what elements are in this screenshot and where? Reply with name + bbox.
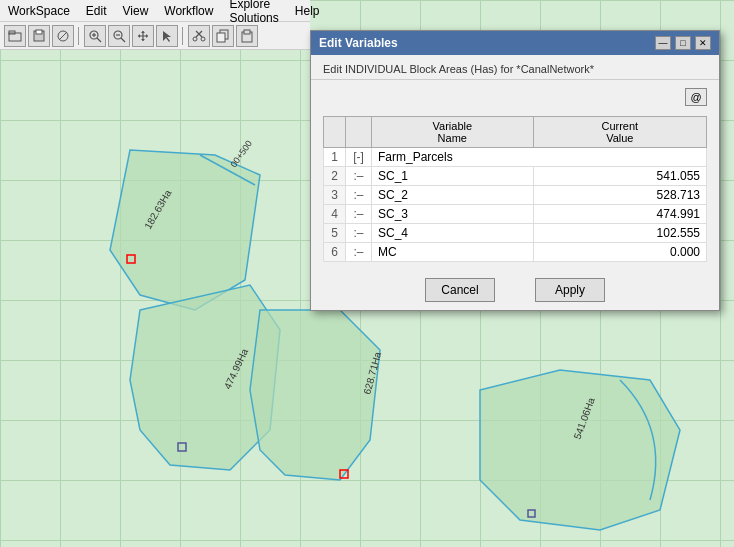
menu-view[interactable]: View (115, 2, 157, 20)
toolbar (0, 22, 310, 50)
svg-point-29 (193, 37, 197, 41)
row-icon: :– (346, 167, 372, 186)
table-row[interactable]: 2 :– SC_1 541.055 (324, 167, 707, 186)
row-name: SC_2 (372, 186, 534, 205)
svg-line-19 (59, 32, 67, 40)
row-icon: :– (346, 205, 372, 224)
toolbar-btn-zoom-in[interactable] (84, 25, 106, 47)
minimize-button[interactable]: — (655, 36, 671, 50)
toolbar-btn-3[interactable] (52, 25, 74, 47)
toolbar-sep-2 (182, 27, 184, 45)
svg-marker-0 (110, 150, 260, 310)
svg-point-30 (201, 37, 205, 41)
cancel-button[interactable]: Cancel (425, 278, 495, 302)
menu-workflow[interactable]: Workflow (156, 2, 221, 20)
apply-button[interactable]: Apply (535, 278, 605, 302)
col-num (324, 117, 346, 148)
row-icon: :– (346, 243, 372, 262)
svg-marker-4 (250, 310, 380, 480)
row-num: 5 (324, 224, 346, 243)
menu-edit[interactable]: Edit (78, 2, 115, 20)
col-variable-name: VariableName (372, 117, 534, 148)
table-header-row: VariableName CurrentValue (324, 117, 707, 148)
dialog-titlebar-buttons: — □ ✕ (653, 36, 711, 50)
svg-rect-34 (244, 30, 250, 34)
menubar: WorkSpace Edit View Workflow Explore Sol… (0, 0, 310, 22)
svg-line-25 (121, 38, 125, 42)
at-button[interactable]: @ (685, 88, 707, 106)
row-name: SC_3 (372, 205, 534, 224)
toolbar-btn-select[interactable] (156, 25, 178, 47)
row-value: 0.000 (533, 243, 706, 262)
toolbar-btn-pan[interactable] (132, 25, 154, 47)
toolbar-btn-copy[interactable] (212, 25, 234, 47)
table-row[interactable]: 6 :– MC 0.000 (324, 243, 707, 262)
toolbar-btn-cut[interactable] (188, 25, 210, 47)
svg-rect-17 (36, 30, 42, 34)
edit-variables-dialog: Edit Variables — □ ✕ Edit INDIVIDUAL Blo… (310, 30, 720, 311)
table-row[interactable]: 1 [-] Farm_Parcels (324, 148, 707, 167)
dialog-content: @ VariableName CurrentValue 1 [-] Farm_P… (311, 80, 719, 270)
dialog-subtitle: Edit INDIVIDUAL Block Areas (Has) for *C… (311, 55, 719, 80)
toolbar-btn-2[interactable] (28, 25, 50, 47)
row-num: 4 (324, 205, 346, 224)
close-button[interactable]: ✕ (695, 36, 711, 50)
dialog-title: Edit Variables (319, 36, 398, 50)
toolbar-btn-open[interactable] (4, 25, 26, 47)
row-num: 2 (324, 167, 346, 186)
row-value: 474.991 (533, 205, 706, 224)
row-icon: :– (346, 224, 372, 243)
variables-table: VariableName CurrentValue 1 [-] Farm_Par… (323, 116, 707, 262)
toolbar-btn-paste[interactable] (236, 25, 258, 47)
maximize-button[interactable]: □ (675, 36, 691, 50)
svg-line-21 (97, 38, 101, 42)
row-num: 1 (324, 148, 346, 167)
table-row[interactable]: 4 :– SC_3 474.991 (324, 205, 707, 224)
row-value: 528.713 (533, 186, 706, 205)
row-num: 3 (324, 186, 346, 205)
row-name: SC_1 (372, 167, 534, 186)
menu-workspace[interactable]: WorkSpace (0, 2, 78, 20)
col-icon (346, 117, 372, 148)
row-name: Farm_Parcels (372, 148, 707, 167)
dialog-titlebar: Edit Variables — □ ✕ (311, 31, 719, 55)
menu-help[interactable]: Help (287, 2, 328, 20)
col-current-value: CurrentValue (533, 117, 706, 148)
row-icon: [-] (346, 148, 372, 167)
table-row[interactable]: 5 :– SC_4 102.555 (324, 224, 707, 243)
row-name: SC_4 (372, 224, 534, 243)
svg-rect-32 (217, 33, 225, 42)
row-value: 541.055 (533, 167, 706, 186)
table-body: 1 [-] Farm_Parcels 2 :– SC_1 541.055 3 :… (324, 148, 707, 262)
toolbar-sep-1 (78, 27, 80, 45)
table-row[interactable]: 3 :– SC_2 528.713 (324, 186, 707, 205)
dialog-footer: Cancel Apply (311, 270, 719, 310)
svg-marker-6 (480, 370, 680, 530)
row-value: 102.555 (533, 224, 706, 243)
row-name: MC (372, 243, 534, 262)
svg-text:00+500: 00+500 (228, 139, 254, 170)
row-icon: :– (346, 186, 372, 205)
toolbar-btn-zoom-out[interactable] (108, 25, 130, 47)
row-num: 6 (324, 243, 346, 262)
